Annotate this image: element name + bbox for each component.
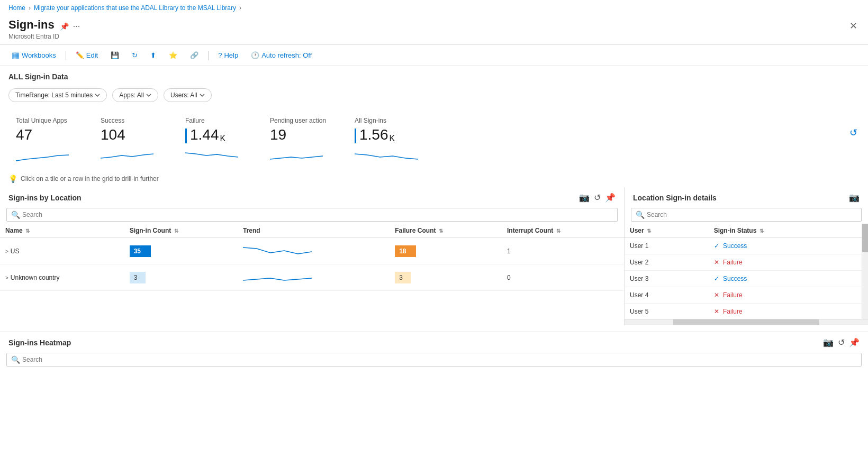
undo-icon[interactable]: ↺ xyxy=(594,193,601,203)
metric-total-unique-apps[interactable]: Total Unique Apps 47 xyxy=(16,117,79,165)
pin-icon[interactable]: 📌 xyxy=(60,22,69,31)
table-row[interactable]: >US 35 18 xyxy=(0,238,624,264)
help-button[interactable]: ? Help xyxy=(215,49,241,61)
breadcrumb: Home › Migrate your applications that us… xyxy=(0,0,868,16)
location-search-box[interactable]: 🔍 xyxy=(6,208,618,222)
metric-value-0: 47 xyxy=(16,126,79,143)
undo-float-icon[interactable]: ↺ xyxy=(849,127,857,138)
check-icon: ✓ xyxy=(714,275,719,282)
horizontal-scrollbar[interactable] xyxy=(625,319,868,325)
breadcrumb-migrate[interactable]: Migrate your applications that use the A… xyxy=(34,4,236,12)
sparkline-3 xyxy=(270,148,333,165)
table-row[interactable]: >Unknown country 3 3 xyxy=(0,264,624,291)
check-icon: ✓ xyxy=(714,242,719,250)
expand-icon-unknown[interactable]: > xyxy=(5,275,8,281)
sparkline-0 xyxy=(16,148,79,165)
header: Sign-ins 📌 ··· Microsoft Entra ID ✕ xyxy=(0,16,868,44)
undo-float[interactable]: ↺ xyxy=(849,127,857,139)
filter-users[interactable]: Users: All xyxy=(164,88,212,102)
detail-search-box[interactable]: 🔍 xyxy=(631,208,862,222)
heatmap-header: Sign-ins Heatmap 📷 ↺ 📌 xyxy=(0,332,868,351)
heatmap-search-input[interactable] xyxy=(22,356,857,363)
row-signin-unknown: 3 xyxy=(124,264,238,291)
save-icon: 💾 xyxy=(111,51,119,59)
table-row[interactable]: User 1 ✓ Success xyxy=(625,238,868,254)
metric-failure[interactable]: Failure 1.44 K xyxy=(185,117,249,165)
close-button[interactable]: ✕ xyxy=(847,18,860,34)
share-button[interactable]: 🔗 xyxy=(187,49,202,61)
toolbar-divider-1 xyxy=(66,51,66,60)
table-row[interactable]: User 2 ✕ Failure xyxy=(625,254,868,271)
sort-user[interactable]: ⇅ xyxy=(647,228,651,234)
camera-detail-icon[interactable]: 📷 xyxy=(849,193,860,203)
pin-panel-icon[interactable]: 📌 xyxy=(605,193,616,203)
filter-apps[interactable]: Apps: All xyxy=(112,88,158,102)
search-icon: 🔍 xyxy=(11,210,20,219)
table-row[interactable]: User 4 ✕ Failure xyxy=(625,287,868,304)
sort-status[interactable]: ⇅ xyxy=(760,228,764,234)
undo-heatmap-icon[interactable]: ↺ xyxy=(838,337,845,347)
question-icon: ? xyxy=(218,51,222,59)
upload-button[interactable]: ⬆ xyxy=(147,49,159,61)
edit-icon: ✏️ xyxy=(76,51,84,59)
hint-row: 💡 Click on a tile or a row in the grid t… xyxy=(0,170,868,187)
sort-interrupt[interactable]: ⇅ xyxy=(556,228,560,234)
detail-status-1: ✓ Success xyxy=(709,238,868,254)
metric-all-signins[interactable]: All Sign-ins 1.56 K xyxy=(355,117,418,165)
search-icon: 🔍 xyxy=(636,210,645,219)
col-interrupt-count: Interrupt Count ⇅ xyxy=(502,224,624,238)
auto-refresh-button[interactable]: 🕐 Auto refresh: Off xyxy=(248,49,315,61)
more-icon[interactable]: ··· xyxy=(73,22,80,31)
section-title: ALL Sign-in Data xyxy=(0,66,868,84)
heatmap-icons: 📷 ↺ 📌 xyxy=(823,337,860,347)
refresh-button[interactable]: ↻ xyxy=(129,49,141,61)
sort-name[interactable]: ⇅ xyxy=(25,228,30,234)
x-icon: ✕ xyxy=(714,308,719,315)
row-trend-us xyxy=(238,238,390,264)
vertical-scrollbar[interactable] xyxy=(862,224,868,319)
toolbar-divider-2 xyxy=(208,51,209,60)
star-button[interactable]: ⭐ xyxy=(166,49,180,61)
row-signin-us: 35 xyxy=(124,238,238,264)
row-interrupt-us: 1 xyxy=(502,238,624,264)
metric-value-3: 19 xyxy=(270,126,333,143)
metric-label-4: All Sign-ins xyxy=(355,117,418,124)
edit-button[interactable]: ✏️ Edit xyxy=(73,49,101,61)
chevron-down-icon xyxy=(200,93,205,98)
failure-bar-us: 18 xyxy=(395,245,416,257)
detail-search-input[interactable] xyxy=(647,211,857,218)
metric-label-1: Success xyxy=(101,117,164,124)
x-icon: ✕ xyxy=(714,291,719,299)
col-user: User ⇅ xyxy=(625,224,709,238)
accent-bar-failure xyxy=(185,129,187,143)
sort-failure[interactable]: ⇅ xyxy=(439,228,443,234)
page-subtitle: Microsoft Entra ID xyxy=(8,33,80,40)
left-panel: Sign-ins by Location 📷 ↺ 📌 🔍 Name ⇅ Sign… xyxy=(0,187,625,325)
camera-icon[interactable]: 📷 xyxy=(579,193,590,203)
metric-success[interactable]: Success 104 xyxy=(101,117,164,165)
metric-value-2: 1.44 K xyxy=(185,126,249,143)
detail-table: User ⇅ Sign-in Status ⇅ User 1 ✓ Success… xyxy=(625,224,868,319)
location-search-input[interactable] xyxy=(22,211,613,218)
breadcrumb-home[interactable]: Home xyxy=(8,4,25,12)
x-icon: ✕ xyxy=(714,259,719,266)
metric-value-4: 1.56 K xyxy=(355,126,418,143)
camera-heatmap-icon[interactable]: 📷 xyxy=(823,337,834,347)
detail-status-4: ✕ Failure xyxy=(709,287,868,304)
h-scrollbar-thumb[interactable] xyxy=(673,319,819,325)
workbooks-button[interactable]: ▦ Workbooks xyxy=(8,48,59,62)
table-row[interactable]: User 3 ✓ Success xyxy=(625,271,868,287)
scrollbar-thumb[interactable] xyxy=(862,224,868,252)
heatmap-search-box[interactable]: 🔍 xyxy=(6,353,862,367)
failure-bar-unknown: 3 xyxy=(395,272,411,283)
sort-signin[interactable]: ⇅ xyxy=(174,228,178,234)
table-row[interactable]: User 5 ✕ Failure xyxy=(625,304,868,319)
filter-timerange[interactable]: TimeRange: Last 5 minutes xyxy=(8,88,107,102)
col-trend: Trend xyxy=(238,224,390,238)
save-button[interactable]: 💾 xyxy=(107,49,122,61)
location-table: Name ⇅ Sign-in Count ⇅ Trend Failure Cou… xyxy=(0,224,624,291)
metrics-row: Total Unique Apps 47 Success 104 Failure… xyxy=(0,106,868,170)
expand-icon-us[interactable]: > xyxy=(5,249,8,254)
metric-pending[interactable]: Pending user action 19 xyxy=(270,117,333,165)
pin-heatmap-icon[interactable]: 📌 xyxy=(849,337,860,347)
